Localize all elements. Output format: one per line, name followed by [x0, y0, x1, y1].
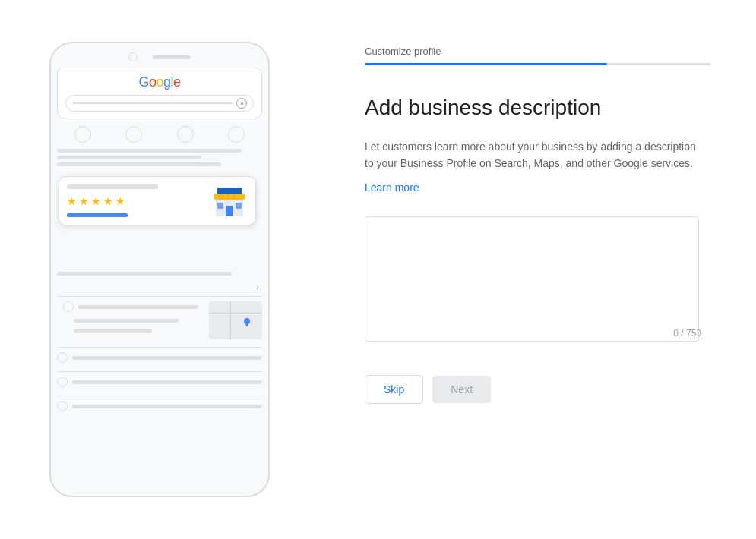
- svg-marker-10: [245, 323, 249, 327]
- mini-map: [209, 301, 262, 339]
- step-label: Customize profile: [365, 46, 710, 57]
- phone-mockup: Google: [49, 42, 270, 497]
- gray-line-3: [57, 162, 221, 166]
- location-row: [57, 301, 204, 312]
- map-h-line: [209, 313, 262, 314]
- svg-rect-7: [236, 203, 242, 209]
- next-button[interactable]: Next: [432, 376, 491, 403]
- learn-more-link[interactable]: Learn more: [365, 181, 710, 194]
- svg-rect-4: [232, 194, 236, 200]
- address-lines: [57, 301, 204, 339]
- phone-top-bar: [51, 43, 268, 68]
- gray-line-2: [57, 156, 201, 159]
- svg-rect-2: [220, 194, 223, 200]
- buttons-row: Skip Next: [365, 375, 710, 404]
- icon-tabs: [51, 123, 268, 146]
- google-logo: Google: [65, 74, 254, 90]
- location-line-1: [78, 305, 198, 309]
- top-gray-lines: [51, 149, 268, 170]
- description-textarea[interactable]: [365, 216, 699, 342]
- search-bar: [65, 95, 254, 112]
- left-panel: Google: [0, 0, 319, 539]
- phone-camera: [128, 52, 138, 61]
- addr-line-2: [74, 329, 152, 333]
- map-section: [51, 298, 268, 342]
- description-text: Let customers learn more about your busi…: [365, 138, 699, 172]
- progress-bar-fill: [365, 63, 607, 65]
- business-card-title-line: [67, 184, 158, 189]
- clock-icon: [57, 352, 68, 363]
- location-icon: [63, 301, 74, 312]
- star-4: ★: [103, 195, 113, 207]
- icon-tab-4: [228, 126, 245, 143]
- search-icon: [236, 98, 247, 109]
- svg-rect-5: [226, 206, 233, 216]
- textarea-container: 0 / 750: [365, 216, 710, 345]
- gray-line-1: [57, 149, 242, 153]
- hours-line: [72, 356, 262, 360]
- website-line: [72, 405, 262, 408]
- phone-icon: [57, 377, 68, 387]
- svg-rect-6: [217, 203, 223, 209]
- map-v-line: [230, 301, 231, 339]
- skip-button[interactable]: Skip: [365, 375, 423, 404]
- business-card-overlay: ★ ★ ★ ★ ★: [59, 176, 256, 225]
- store-icon: [211, 183, 248, 219]
- icon-tab-1: [74, 126, 91, 143]
- right-panel: Customize profile Add business descripti…: [319, 0, 756, 539]
- gray-line-4: [57, 272, 232, 276]
- business-card-bar: [67, 213, 128, 217]
- svg-rect-3: [226, 194, 229, 200]
- divider-1: [57, 296, 262, 297]
- divider-3: [57, 371, 262, 372]
- arrow-right: ›: [51, 282, 268, 292]
- hours-row: [51, 349, 268, 366]
- icon-tab-2: [125, 126, 142, 143]
- svg-rect-8: [217, 188, 242, 194]
- star-1: ★: [67, 195, 77, 207]
- divider-2: [57, 347, 262, 348]
- star-2: ★: [79, 195, 89, 207]
- search-bar-line: [72, 102, 233, 104]
- phone-row: [51, 374, 268, 390]
- address-text-lines: [57, 319, 204, 336]
- map-pin: [243, 318, 251, 332]
- progress-bar-container: [365, 63, 710, 65]
- page-container: Google: [0, 0, 756, 539]
- divider-4: [57, 396, 262, 396]
- star-3: ★: [91, 195, 101, 207]
- star-5: ★: [115, 195, 125, 207]
- mid-gray-lines: [51, 272, 268, 279]
- addr-line-1: [74, 319, 179, 323]
- icon-tab-3: [177, 126, 194, 143]
- page-title: Add business description: [365, 96, 710, 120]
- phone-line: [72, 380, 262, 384]
- char-count: 0 / 750: [673, 328, 701, 339]
- phone-speaker: [153, 55, 191, 59]
- google-search-area: Google: [57, 68, 262, 118]
- website-row: [51, 398, 268, 414]
- globe-icon: [57, 401, 68, 411]
